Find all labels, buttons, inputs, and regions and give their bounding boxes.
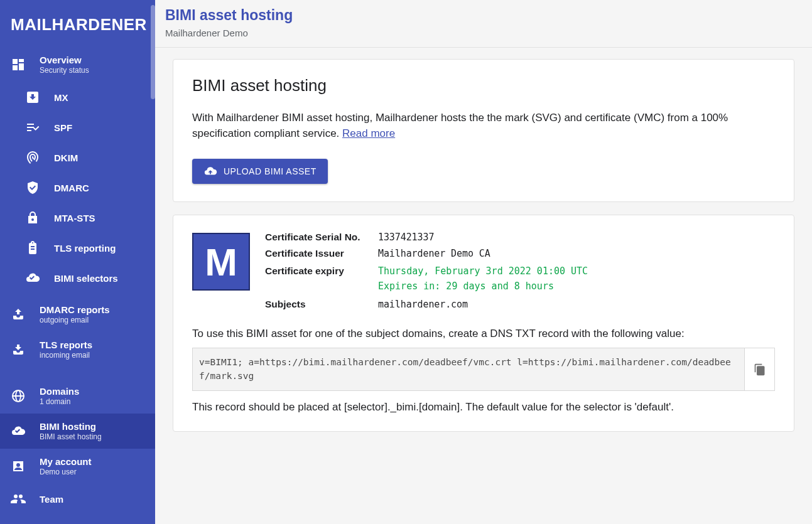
read-more-link[interactable]: Read more (342, 127, 395, 139)
team-icon (11, 491, 26, 506)
asset-card: M Certificate Serial No. 1337421337 Cert… (173, 215, 794, 432)
page-title: BIMI asset hosting (165, 7, 802, 24)
sidebar-item-label: Team (40, 494, 63, 505)
sidebar: MAILHARDENER Overview Security status MX… (0, 0, 155, 524)
cert-subjects-value: mailhardener.com (378, 299, 588, 310)
cert-expiry-countdown: Expires in: 29 days and 8 hours (378, 279, 588, 294)
sidebar-item-dkim[interactable]: DKIM (0, 142, 155, 173)
cert-issuer-value: Mailhardener Demo CA (378, 248, 588, 259)
sidebar-item-label: TLS reports (40, 340, 92, 350)
cloud-check-icon (25, 270, 40, 286)
sidebar-item-spf[interactable]: SPF (0, 112, 155, 142)
sidebar-item-label: DMARC reports (40, 304, 110, 315)
dns-placement-hint: This record should be placed at [selecto… (192, 401, 775, 414)
cloud-upload-icon (203, 164, 217, 178)
cert-expiry-label: Certificate expiry (265, 264, 378, 277)
intro-card: BIMI asset hosting With Mailhardener BIM… (173, 59, 794, 202)
clipboard-icon (25, 240, 40, 255)
sidebar-item-label: DKIM (54, 152, 78, 163)
sidebar-item-subtitle: 1 domain (40, 397, 79, 406)
scrollbar-thumb[interactable] (151, 5, 155, 99)
card-heading: BIMI asset hosting (192, 76, 775, 95)
sidebar-item-label: MTA-STS (54, 213, 95, 223)
lock-icon (25, 210, 40, 225)
sidebar-item-overview[interactable]: Overview Security status (0, 47, 155, 82)
topbar: BIMI asset hosting Mailhardener Demo (155, 0, 812, 48)
cert-subjects-label: Subjects (265, 299, 378, 310)
sidebar-item-subtitle: outgoing email (40, 316, 110, 324)
upload-bimi-asset-button[interactable]: UPLOAD BIMI ASSET (192, 159, 328, 184)
dns-record-row: v=BIMI1; a=https://bimi.mailhardener.com… (192, 348, 775, 392)
cert-serial-label: Certificate Serial No. (265, 232, 378, 243)
cloud-check-icon (11, 424, 26, 439)
sidebar-item-bimi-selectors[interactable]: BIMI selectors (0, 263, 155, 293)
shield-check-icon (25, 180, 40, 195)
intro-text: With Mailhardener BIMI asset hosting, Ma… (192, 112, 728, 139)
dns-record-value[interactable]: v=BIMI1; a=https://bimi.mailhardener.com… (193, 348, 744, 391)
sidebar-item-subtitle: incoming email (40, 351, 92, 360)
sidebar-item-label: MX (54, 92, 68, 103)
bimi-mark-preview: M (192, 233, 250, 291)
checklist-icon (25, 120, 40, 135)
page-subtitle: Mailhardener Demo (165, 28, 802, 38)
sidebar-item-mx[interactable]: MX (0, 82, 155, 112)
sidebar-item-dmarc[interactable]: DMARC (0, 173, 155, 203)
sidebar-item-mta-sts[interactable]: MTA-STS (0, 203, 155, 233)
card-body: With Mailhardener BIMI asset hosting, Ma… (192, 110, 775, 141)
sidebar-item-team[interactable]: Team (0, 484, 155, 514)
sidebar-item-label: Domains (40, 386, 79, 397)
brand-logo[interactable]: MAILHARDENER (0, 0, 155, 47)
certificate-details: Certificate Serial No. 1337421337 Certif… (265, 232, 588, 310)
main-content: BIMI asset hosting Mailhardener Demo BIM… (155, 0, 812, 524)
sidebar-item-subtitle: Demo user (40, 468, 92, 476)
sidebar-item-subtitle: Security status (40, 66, 89, 75)
sidebar-item-dmarc-reports[interactable]: DMARC reports outgoing email (0, 297, 155, 332)
sidebar-item-label: BIMI selectors (54, 273, 118, 284)
copy-icon (754, 363, 766, 376)
outbox-icon (11, 307, 26, 322)
sidebar-item-tls-reports[interactable]: TLS reports incoming email (0, 332, 155, 367)
sidebar-item-label: Overview (40, 55, 89, 65)
dashboard-icon (11, 57, 26, 72)
fingerprint-icon (25, 150, 40, 165)
sidebar-item-subtitle: BIMI asset hosting (40, 432, 102, 441)
globe-icon (11, 388, 26, 404)
dns-hint: To use this BIMI asset for one of the su… (192, 328, 775, 340)
inbox-icon (11, 342, 26, 357)
sidebar-item-label: My account (40, 456, 92, 467)
cert-issuer-label: Certificate Issuer (265, 248, 378, 259)
sidebar-item-label: SPF (54, 122, 72, 133)
sidebar-item-tls-reporting[interactable]: TLS reporting (0, 233, 155, 263)
cert-expiry-date: Thursday, February 3rd 2022 01:00 UTC (378, 264, 588, 279)
sidebar-item-label: BIMI hosting (40, 421, 102, 432)
inbox-arrow-icon (25, 90, 40, 105)
sidebar-item-domains[interactable]: Domains 1 domain (0, 378, 155, 414)
cert-serial-value: 1337421337 (378, 232, 588, 243)
sidebar-item-label: TLS reporting (54, 243, 116, 254)
sidebar-item-label: DMARC (54, 183, 89, 193)
copy-dns-button[interactable] (744, 348, 774, 391)
account-icon (11, 459, 26, 474)
sidebar-item-bimi-hosting[interactable]: BIMI hosting BIMI asset hosting (0, 414, 155, 449)
cert-expiry-value: Thursday, February 3rd 2022 01:00 UTC Ex… (378, 264, 588, 294)
sidebar-item-my-account[interactable]: My account Demo user (0, 449, 155, 484)
upload-button-label: UPLOAD BIMI ASSET (224, 166, 317, 176)
